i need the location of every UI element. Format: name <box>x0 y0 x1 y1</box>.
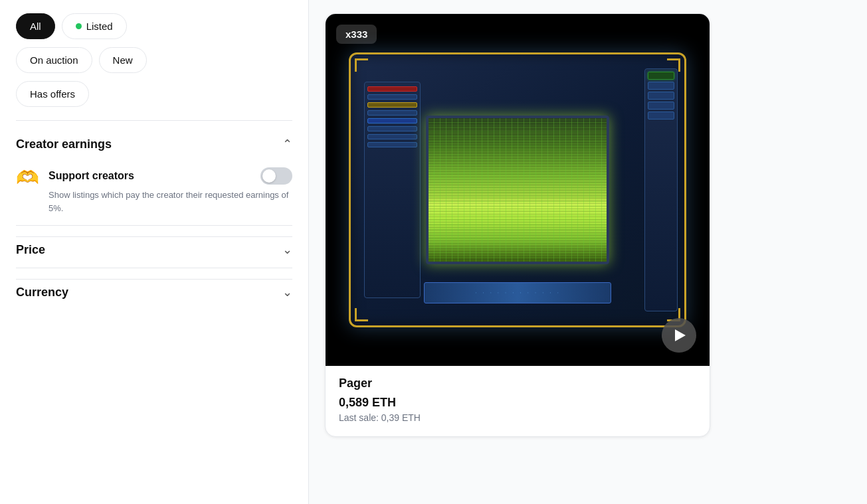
nft-visual: · · · · · · · · · · · · <box>349 52 687 327</box>
price-title: Price <box>16 243 45 257</box>
last-sale-value: 0,39 ETH <box>381 412 421 423</box>
device-outer: · · · · · · · · · · · · <box>349 52 687 327</box>
filter-row-3: Has offers <box>16 81 292 107</box>
currency-section: Currency ⌄ <box>16 279 292 305</box>
nft-last-sale: Last sale: 0,39 ETH <box>339 412 696 423</box>
price-section: Price ⌄ <box>16 236 292 262</box>
corner-tl <box>355 58 368 72</box>
play-triangle-icon <box>675 329 686 341</box>
side-indicator-green <box>648 72 674 80</box>
filter-all-button[interactable]: All <box>16 13 55 39</box>
side-indicator-4 <box>648 112 674 120</box>
filter-listed-button[interactable]: Listed <box>62 13 127 39</box>
filter-new-label: New <box>113 54 133 66</box>
creator-description: Show listings which pay the creator thei… <box>48 189 292 214</box>
device-bottom-strip: · · · · · · · · · · · · <box>424 282 611 304</box>
support-creators-label: Support creators <box>48 170 134 182</box>
filter-all-label: All <box>30 21 41 32</box>
divider-3 <box>16 268 292 268</box>
panel-button-4 <box>367 134 417 139</box>
filter-auction-label: On auction <box>30 54 78 66</box>
device-left-panel <box>364 82 421 298</box>
sidebar: All Listed On auction New Has offers Cre… <box>0 0 309 504</box>
price-section-header[interactable]: Price ⌄ <box>16 237 292 262</box>
filter-row-1: All Listed <box>16 13 292 39</box>
nft-card: x333 <box>325 13 710 437</box>
creator-label-row: Support creators <box>48 167 292 185</box>
nft-name: Pager <box>339 377 696 390</box>
panel-button-5 <box>367 142 417 147</box>
filter-new-button[interactable]: New <box>99 47 147 73</box>
filter-has-offers-label: Has offers <box>30 88 75 100</box>
side-indicator-3 <box>648 102 674 110</box>
creator-earnings-header[interactable]: Creator earnings ⌃ <box>16 131 292 157</box>
creator-earnings-content: 🫶 Support creators Show listings which p… <box>16 157 292 220</box>
panel-button-3 <box>367 126 417 131</box>
divider-2 <box>16 225 292 226</box>
filter-auction-button[interactable]: On auction <box>16 47 92 73</box>
creator-earnings-title: Creator earnings <box>16 137 112 151</box>
creator-earnings-section: Creator earnings ⌃ 🫶 Support creators Sh… <box>16 131 292 220</box>
currency-title: Currency <box>16 286 68 299</box>
nft-price: 0,589 ETH <box>339 396 696 410</box>
bottom-text: · · · · · · · · · · · · <box>474 290 560 295</box>
device-right-panel <box>644 68 678 312</box>
side-indicator-1 <box>648 82 674 90</box>
panel-button-red <box>367 86 417 92</box>
nft-info: Pager 0,589 ETH Last sale: 0,39 ETH <box>326 366 710 436</box>
main-content: x333 <box>309 0 867 504</box>
currency-chevron-down-icon: ⌄ <box>282 285 292 299</box>
listed-dot-icon <box>76 23 82 29</box>
creator-earnings-chevron-up-icon: ⌃ <box>282 137 292 151</box>
support-creators-row: 🫶 Support creators Show listings which p… <box>16 167 292 214</box>
creator-text-block: Support creators Show listings which pay… <box>48 167 292 214</box>
support-creators-icon: 🫶 <box>16 169 39 187</box>
filter-has-offers-button[interactable]: Has offers <box>16 81 89 107</box>
panel-button-yellow <box>367 102 417 108</box>
device-screen <box>426 116 609 264</box>
play-button[interactable] <box>662 318 696 353</box>
corner-bl <box>355 308 368 321</box>
price-chevron-down-icon: ⌄ <box>282 242 292 257</box>
nft-image-container: x333 <box>326 14 710 366</box>
panel-button-1 <box>367 94 417 100</box>
divider-1 <box>16 120 292 121</box>
support-creators-toggle[interactable] <box>260 167 292 185</box>
filter-row-2: On auction New <box>16 47 292 73</box>
filter-listed-label: Listed <box>86 21 113 32</box>
panel-button-blue <box>367 118 417 124</box>
screen-noise <box>429 118 607 262</box>
last-sale-label: Last sale: <box>339 412 379 423</box>
side-indicator-2 <box>648 92 674 100</box>
panel-button-2 <box>367 110 417 116</box>
currency-section-header[interactable]: Currency ⌄ <box>16 280 292 305</box>
nft-badge: x333 <box>336 25 377 44</box>
